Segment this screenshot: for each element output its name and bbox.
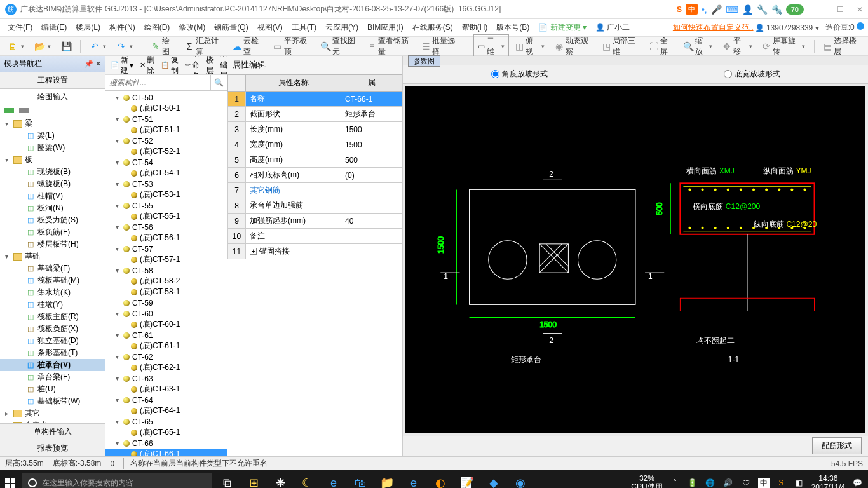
tb-undo[interactable]: ↶▾	[86, 39, 110, 53]
cortana-search[interactable]: 在这里输入你要搜索的内容	[22, 473, 212, 488]
tb-edge-icon[interactable]: e	[322, 473, 346, 488]
tray-misc-icon[interactable]: ◧	[794, 478, 805, 487]
nav-item[interactable]: ◫筏板主筋(R)	[0, 311, 105, 323]
tb-app-4[interactable]: ◐	[428, 473, 452, 488]
search-button[interactable]: 🔍	[210, 75, 227, 90]
nav-item[interactable]: ◫桩(U)	[0, 383, 105, 395]
comp-node[interactable]: ▾CT-57	[105, 243, 227, 254]
nav-pin-icon[interactable]: 📌 ✕	[85, 60, 101, 68]
nav-item[interactable]: ◫板洞(N)	[0, 202, 105, 214]
tray-battery-icon[interactable]: 🔋	[687, 478, 698, 487]
prop-row[interactable]: 10备注	[228, 229, 402, 244]
comp-node[interactable]: CT-59	[105, 297, 227, 308]
minimize-button[interactable]: —	[817, 5, 824, 14]
menu-edit[interactable]: 编辑(E)	[37, 20, 71, 36]
comp-child[interactable]: (底)CT-53-1	[105, 189, 227, 200]
comp-node[interactable]: ▾CT-58	[105, 265, 227, 276]
comp-child[interactable]: (底)CT-50-1	[105, 103, 227, 114]
comp-node[interactable]: ▾CT-52	[105, 135, 227, 146]
tb-flat[interactable]: ▭平齐板顶	[269, 34, 314, 59]
property-table[interactable]: 属性名称 属 1名称CT-66-12截面形状矩形承台3长度(mm)15004宽度…	[227, 74, 402, 259]
tb-rot[interactable]: ⟳屏幕旋转▾	[759, 34, 809, 59]
tray-shield-icon[interactable]: 🛡	[740, 478, 752, 487]
comp-node[interactable]: ▾CT-54	[105, 157, 227, 168]
ct-base[interactable]: 基础层▾	[217, 56, 227, 75]
comp-child[interactable]: (底)CT-61-1	[105, 341, 227, 351]
prop-row[interactable]: 11+锚固搭接	[228, 244, 402, 259]
nav-item[interactable]: ◫独立基础(D)	[0, 335, 105, 347]
nav-small-icon-1[interactable]	[4, 108, 14, 113]
comp-node[interactable]: ▾CT-65	[105, 416, 227, 427]
nav-tab-single[interactable]: 单构件输入	[0, 423, 105, 440]
nav-item[interactable]: ◫现浇板(B)	[0, 166, 105, 178]
comp-child[interactable]: (底)CT-64-1	[105, 405, 227, 416]
tb-find[interactable]: 🔍查找图元	[316, 34, 361, 59]
comp-child[interactable]: (底)CT-51-1	[105, 125, 227, 135]
tray-up-icon[interactable]: ˄	[669, 478, 681, 487]
ime-lang-badge[interactable]: 中	[686, 4, 698, 15]
nav-tree[interactable]: ▾梁◫梁(L)◫圈梁(W)▾板◫现浇板(B)◫螺旋板(B)◫柱帽(V)◫板洞(N…	[0, 116, 105, 423]
nav-tab-project[interactable]: 工程设置	[0, 72, 105, 89]
speed-badge[interactable]: 70	[786, 4, 804, 15]
comp-node[interactable]: ▾CT-62	[105, 351, 227, 362]
comp-node[interactable]: ▾CT-56	[105, 222, 227, 233]
nav-item[interactable]: ◫圈梁(W)	[0, 142, 105, 154]
comp-node[interactable]: ▾CT-50	[105, 92, 227, 103]
tb-app-6[interactable]: ◆	[482, 473, 506, 488]
nav-item[interactable]: ◫基础板带(W)	[0, 395, 105, 407]
nav-group[interactable]: ▾基础	[0, 250, 105, 262]
ct-new[interactable]: 📄新建▾	[108, 56, 136, 75]
cpu-meter[interactable]: 32%CPU使用	[631, 475, 662, 488]
prop-row[interactable]: 1名称CT-66-1	[228, 92, 402, 107]
comp-node[interactable]: ▾CT-53	[105, 179, 227, 189]
nav-tab-draw[interactable]: 绘图输入	[0, 89, 105, 105]
nav-item[interactable]: ◫筏板负筋(X)	[0, 323, 105, 335]
comp-child[interactable]: (底)CT-60-1	[105, 319, 227, 330]
ime-tool-icon[interactable]: 🔧	[757, 4, 768, 15]
ct-del[interactable]: ✕删除	[137, 56, 157, 75]
viewport-tab[interactable]: 参数图	[408, 55, 440, 67]
comp-node[interactable]: ▾CT-63	[105, 373, 227, 384]
nav-tab-report[interactable]: 报表预览	[0, 440, 105, 456]
tb-dyn[interactable]: ◉动态观察	[551, 34, 595, 59]
tb-2d-select[interactable]: ▭ 二维 ▾	[473, 34, 509, 58]
menu-help[interactable]: 帮助(H)	[458, 20, 492, 36]
nav-item[interactable]: ◫条形基础(T)	[0, 347, 105, 359]
nav-item[interactable]: ◫筏板基础(M)	[0, 274, 105, 287]
prop-row[interactable]: 4宽度(mm)1500	[228, 137, 402, 152]
nav-item[interactable]: ◫集水坑(K)	[0, 287, 105, 299]
component-tree[interactable]: ▾CT-50(底)CT-50-1▾CT-51(底)CT-51-1▾CT-52(底…	[105, 91, 227, 456]
close-button[interactable]: ✕	[857, 5, 863, 14]
nav-group[interactable]: ▾板	[0, 154, 105, 166]
nav-item[interactable]: ◫梁(L)	[0, 130, 105, 142]
comp-node[interactable]: ▾CT-55	[105, 200, 227, 211]
comp-child[interactable]: (底)CT-63-1	[105, 384, 227, 395]
tb-app-2[interactable]: ❋	[268, 473, 292, 488]
menu-floor[interactable]: 楼层(L)	[72, 20, 104, 36]
nav-group[interactable]: ▾梁	[0, 118, 105, 130]
maximize-button[interactable]: ☐	[837, 5, 844, 14]
prop-row[interactable]: 8承台单边加强筋	[228, 198, 402, 214]
tray-vol-icon[interactable]: 🔊	[722, 478, 734, 487]
comp-child[interactable]: (底)CT-55-1	[105, 211, 227, 222]
comp-node[interactable]: ▾CT-66	[105, 438, 227, 449]
comp-child[interactable]: (底)CT-54-1	[105, 168, 227, 179]
nav-item[interactable]: ◫桩承台(V)	[0, 359, 105, 371]
prop-row[interactable]: 2截面形状矩形承台	[228, 107, 402, 122]
ime-keyboard-icon[interactable]: ⌨	[726, 4, 738, 15]
task-view-icon[interactable]: ⧉	[215, 473, 239, 488]
nav-small-icon-2[interactable]	[19, 108, 29, 113]
tb-save[interactable]: 💾	[57, 39, 75, 53]
tb-sum[interactable]: Σ汇总计算	[181, 34, 226, 59]
ct-floor[interactable]: 楼层	[203, 56, 216, 75]
drawing-canvas[interactable]: 1500 1500 2 2 1 1 矩形承台	[405, 86, 865, 433]
comp-node[interactable]: ▾CT-61	[105, 330, 227, 341]
menu-file[interactable]: 文件(F)	[4, 20, 36, 36]
comp-child[interactable]: (底)CT-58-1	[105, 287, 227, 297]
nav-item[interactable]: ◫基础梁(F)	[0, 262, 105, 274]
nav-item[interactable]: ◫螺旋板(B)	[0, 178, 105, 190]
tb-explorer-icon[interactable]: 📁	[375, 473, 399, 488]
ime-user-icon[interactable]: 👤	[742, 4, 753, 15]
tb-pan[interactable]: ✥平移▾	[719, 34, 756, 59]
nav-item[interactable]: ◫板受力筋(S)	[0, 214, 105, 226]
